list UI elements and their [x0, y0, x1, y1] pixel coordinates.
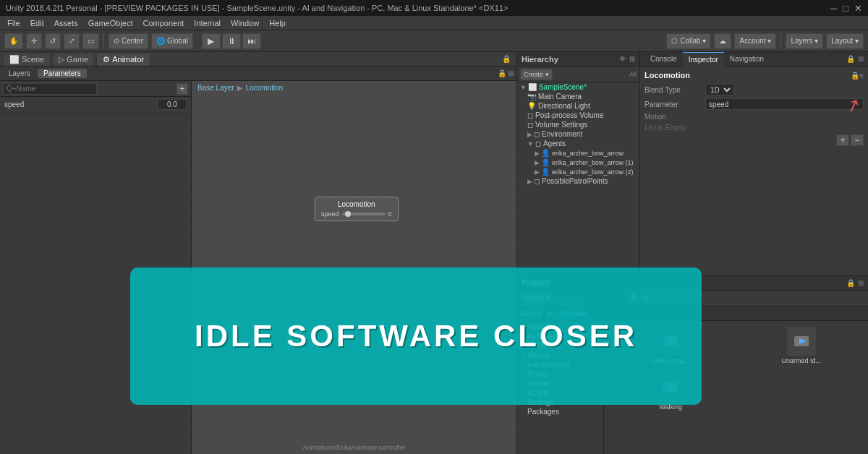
animator-tab-group: Layers Parameters: [3, 69, 87, 78]
pause-button[interactable]: ⏸: [222, 33, 241, 49]
minimize-button[interactable]: ─: [830, 3, 837, 14]
scale-tool-button[interactable]: ⤢: [64, 33, 80, 49]
pivot-global-button[interactable]: 🌐 Global: [151, 33, 193, 49]
menu-item-internal[interactable]: Internal: [190, 17, 225, 29]
collab-icon: ⬡: [671, 37, 678, 45]
hier-item-samplescene[interactable]: ▼ ⬜ SampleScene*: [517, 82, 639, 92]
hier-item-agents[interactable]: ▼ ◻ Agents: [517, 139, 639, 148]
asset-item-unarmedid[interactable]: Unarmed Id...: [738, 324, 866, 367]
tab-navigation[interactable]: Navigation: [724, 52, 770, 67]
menu-item-assets[interactable]: Assets: [50, 17, 82, 29]
rect-tool-button[interactable]: ▭: [82, 33, 99, 49]
animator-lock[interactable]: 🔒: [498, 69, 506, 77]
inspector-lock-icon[interactable]: 🔒: [846, 55, 855, 63]
params-search-input[interactable]: [3, 83, 97, 95]
hier-item-patrolpoints[interactable]: ▶ ◻ PossiblePatrolPoints: [517, 176, 639, 186]
hier-expand-arrow: ▶: [535, 168, 540, 176]
toolbar-right: ⬡ Collab ▾ ☁ Account ▾ Layers ▾ Layout ▾: [666, 33, 864, 49]
char-icon: 👤: [541, 168, 550, 176]
hier-label: Environment: [542, 130, 582, 138]
breadcrumb-base[interactable]: Base Layer: [197, 84, 234, 92]
menu-item-gameobject[interactable]: GameObject: [84, 17, 137, 29]
animator-node-locomotion[interactable]: Locomotion speed 0: [315, 197, 399, 221]
hier-label: Post-process Volume: [535, 111, 604, 119]
hier-item-dirlight[interactable]: 💡 Directional Light: [517, 101, 639, 111]
hierarchy-header: Hierarchy 👁 ⊞: [517, 52, 639, 67]
hier-item-postprocess[interactable]: ◻ Post-process Volume: [517, 111, 639, 120]
project-expand-icon[interactable]: ⊞: [858, 279, 864, 287]
animator-icon: ⚙: [103, 55, 110, 64]
hier-item-volumesettings[interactable]: ◻ Volume Settings: [517, 120, 639, 129]
inspector-menu-icon[interactable]: ≡: [859, 72, 864, 80]
param-speed-input[interactable]: [158, 99, 187, 110]
hierarchy-expand-icon[interactable]: ⊞: [629, 55, 635, 63]
hierarchy-panel: Hierarchy 👁 ⊞ Create ▾ All ▼ ⬜ SampleSce…: [517, 52, 640, 275]
inspector-expand-icon[interactable]: ⊞: [858, 55, 864, 63]
hier-item-erika3[interactable]: ▶ 👤 erika_archer_bow_arrow (2): [517, 167, 639, 176]
params-add-button[interactable]: +: [176, 83, 188, 95]
layout-button[interactable]: Layout ▾: [826, 33, 864, 49]
menu-item-help[interactable]: Help: [265, 17, 290, 29]
breadcrumb-locomotion[interactable]: Locomotion: [246, 84, 284, 92]
animator-subtabs: Layers Parameters 🔒 ⊞: [0, 67, 516, 81]
tab-game[interactable]: ▷ Game: [52, 53, 95, 66]
maximize-button[interactable]: □: [843, 3, 848, 14]
pivot-center-button[interactable]: ⊙ Center: [109, 33, 148, 49]
play-button[interactable]: ▶: [202, 33, 221, 49]
account-button[interactable]: Account ▾: [734, 33, 776, 49]
settings-icon: ◻: [527, 121, 533, 129]
hier-item-erika1[interactable]: ▶ 👤 erika_archer_bow_arrow: [517, 148, 639, 158]
tab-inspector[interactable]: Inspector: [683, 52, 724, 67]
step-button[interactable]: ⏭: [242, 33, 261, 49]
camera-icon: 📷: [527, 93, 536, 100]
blend-type-select[interactable]: 1D: [705, 84, 733, 95]
cloud-icon: ☁: [719, 37, 726, 45]
project-lock-icon[interactable]: 🔒: [846, 279, 855, 287]
hierarchy-eye-icon[interactable]: 👁: [619, 55, 626, 63]
tab-console[interactable]: Console: [644, 52, 683, 67]
motion-section-label: Motion: [644, 113, 864, 121]
node-title: Locomotion: [321, 200, 392, 208]
inspector-remove-button[interactable]: −: [851, 134, 864, 146]
scene-file-icon: ⬜: [528, 83, 537, 91]
parameters-tab[interactable]: Parameters: [38, 69, 87, 78]
tab-scene[interactable]: ⬜ Scene: [3, 53, 51, 66]
hier-item-maincamera[interactable]: 📷 Main Camera: [517, 92, 639, 101]
rotate-tool-button[interactable]: ↺: [45, 33, 61, 49]
hierarchy-create-button[interactable]: Create ▾: [520, 69, 553, 80]
hier-expand-arrow: ▶: [527, 178, 532, 185]
param-speed-label: speed: [4, 100, 24, 108]
parameter-input[interactable]: [705, 98, 864, 110]
game-icon: ▷: [59, 55, 64, 64]
project-controls: 🔒 ⊞: [846, 279, 864, 287]
hier-item-environment[interactable]: ▶ ◻ Environment: [517, 129, 639, 139]
layers-button[interactable]: Layers ▾: [786, 33, 823, 49]
right-top: Hierarchy 👁 ⊞ Create ▾ All ▼ ⬜ SampleSce…: [517, 52, 868, 275]
inspector-add-button[interactable]: +: [836, 134, 849, 146]
close-button[interactable]: ✕: [854, 3, 862, 14]
hand-tool-button[interactable]: ✋: [4, 33, 23, 49]
collab-button[interactable]: ⬡ Collab ▾: [666, 33, 711, 49]
inspector-controls: 🔒 ⊞: [846, 55, 864, 63]
inspector-title-lock[interactable]: 🔒: [851, 72, 859, 80]
node-speed-row: speed 0: [321, 210, 392, 218]
pivot-icon: ⊙: [114, 37, 119, 45]
speed-slider[interactable]: [342, 213, 386, 215]
cloud-button[interactable]: ☁: [714, 33, 731, 49]
layers-tab[interactable]: Layers: [3, 69, 36, 78]
menu-item-edit[interactable]: Edit: [26, 17, 48, 29]
menu-item-window[interactable]: Window: [226, 17, 263, 29]
tree-item-packages[interactable]: Packages: [517, 407, 603, 416]
tab-animator[interactable]: ⚙ Animator: [96, 53, 150, 66]
hierarchy-all-label: All: [629, 71, 637, 78]
separator-2: [780, 34, 781, 48]
panel-lock-icon[interactable]: 🔒: [499, 55, 514, 63]
move-tool-button[interactable]: ✛: [26, 33, 42, 49]
param-row-speed: speed: [0, 97, 191, 113]
menu-item-component[interactable]: Component: [138, 17, 188, 29]
hier-label: erika_archer_bow_arrow (2): [552, 168, 634, 176]
menu-item-file[interactable]: File: [3, 17, 25, 29]
animator-expand[interactable]: ⊞: [508, 69, 514, 77]
hier-item-erika2[interactable]: ▶ 👤 erika_archer_bow_arrow (1): [517, 158, 639, 167]
window-controls: ─ □ ✕: [830, 3, 862, 14]
